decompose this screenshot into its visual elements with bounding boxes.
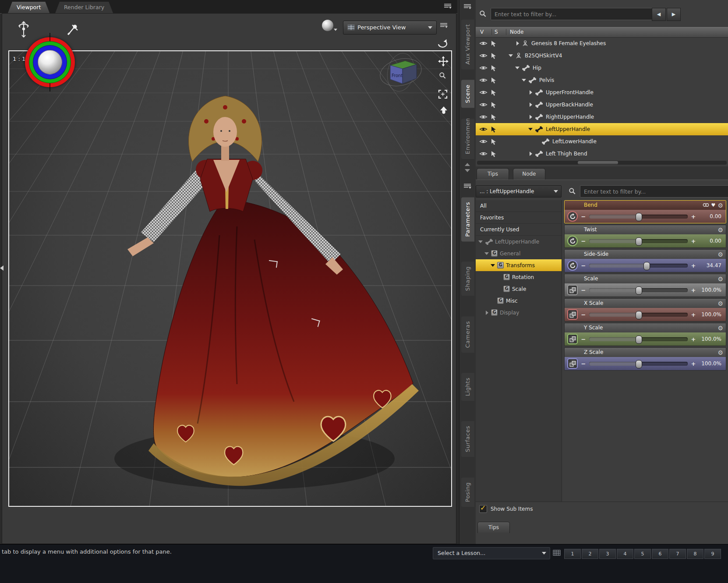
visibility-eye-icon[interactable] xyxy=(479,102,491,107)
param-tree-row[interactable]: General xyxy=(476,247,562,259)
scene-tree-row[interactable]: Genesis 8 Female Eyelashes xyxy=(476,37,728,49)
scene-tree-row[interactable]: Pelvis xyxy=(476,74,728,86)
pin-tool-icon[interactable] xyxy=(66,23,79,37)
selection-cursor-icon[interactable] xyxy=(491,151,502,157)
rotate-dial-icon[interactable] xyxy=(567,211,578,222)
view-selector-dropdown[interactable]: Perspective View xyxy=(343,21,437,35)
side-tab-posing[interactable]: Posing xyxy=(461,477,474,507)
expander-icon[interactable] xyxy=(522,78,527,83)
selection-cursor-icon[interactable] xyxy=(491,114,502,120)
visibility-eye-icon[interactable] xyxy=(479,90,491,95)
slider-track[interactable] xyxy=(589,362,688,366)
visibility-eye-icon[interactable] xyxy=(479,41,491,46)
scene-tree-row[interactable]: Left Thigh Bend xyxy=(476,148,728,160)
gear-icon[interactable]: ⚙ xyxy=(717,300,723,307)
slider-handle[interactable] xyxy=(636,336,642,344)
visibility-eye-icon[interactable] xyxy=(479,65,491,71)
increment-button[interactable]: + xyxy=(690,262,697,269)
scene-tree-row[interactable]: RightUpperHandle xyxy=(476,111,728,123)
rotate-dial-icon[interactable] xyxy=(567,260,578,271)
param-tree-row[interactable]: Scale xyxy=(476,283,562,295)
universal-manipulator-icon[interactable] xyxy=(16,21,31,39)
expander-icon[interactable] xyxy=(484,251,490,256)
zoom-magnifier-icon[interactable] xyxy=(439,72,446,81)
side-tab-environment[interactable]: Environment xyxy=(461,119,474,159)
camera-up-icon[interactable] xyxy=(438,106,449,117)
selection-cursor-icon[interactable] xyxy=(491,53,502,59)
expander-icon[interactable] xyxy=(515,65,520,71)
slider-track[interactable] xyxy=(589,313,688,317)
scene-tree-row[interactable]: LeftLowerHandle xyxy=(476,135,728,148)
slider-handle[interactable] xyxy=(636,237,642,246)
scene-tree-row[interactable]: B25QHSkirtV4 xyxy=(476,49,728,62)
expander-icon[interactable] xyxy=(491,263,496,268)
gear-icon[interactable]: ⚙ xyxy=(717,325,723,331)
side-tab-lights[interactable]: Lights xyxy=(461,373,474,401)
param-nav-favorites[interactable]: Favorites xyxy=(476,212,562,224)
slider-handle[interactable] xyxy=(636,360,642,368)
slider-handle[interactable] xyxy=(643,262,650,270)
drawstyle-sphere-icon[interactable] xyxy=(322,20,333,31)
increment-button[interactable]: + xyxy=(690,311,697,318)
lesson-page-6[interactable]: 6 xyxy=(652,549,668,559)
param-tree-row[interactable]: Transforms xyxy=(476,259,562,271)
increment-button[interactable]: + xyxy=(690,360,697,367)
expander-icon[interactable] xyxy=(528,151,534,156)
frame-fit-icon[interactable] xyxy=(438,89,448,101)
scale-icon[interactable] xyxy=(567,285,578,295)
selection-cursor-icon[interactable] xyxy=(491,89,502,96)
orbit-rotate-icon[interactable] xyxy=(437,38,448,50)
slider-handle[interactable] xyxy=(636,213,642,221)
node-selector-dropdown[interactable]: ... : LeftUpperHandle xyxy=(476,185,562,198)
scene-filter-input[interactable] xyxy=(491,8,653,20)
expander-icon[interactable] xyxy=(515,41,520,46)
view-cube[interactable]: Front xyxy=(378,52,424,92)
increment-button[interactable]: + xyxy=(690,287,697,293)
filter-prev-button[interactable]: ◀ xyxy=(652,8,666,21)
favorite-heart-icon[interactable]: ♥ xyxy=(711,203,716,208)
color-orb-widget[interactable] xyxy=(25,37,75,87)
side-tab-parameters[interactable]: Parameters xyxy=(461,197,474,241)
expander-icon[interactable] xyxy=(484,310,490,315)
gear-icon[interactable]: ⚙ xyxy=(717,251,723,258)
lesson-page-3[interactable]: 3 xyxy=(599,549,616,559)
manipulator-bracket[interactable] xyxy=(268,260,278,268)
show-sub-items-checkbox[interactable] xyxy=(479,505,487,513)
decrement-button[interactable]: − xyxy=(580,287,587,293)
lesson-page-8[interactable]: 8 xyxy=(687,549,703,559)
link-icon[interactable] xyxy=(703,203,709,208)
horizontal-scrollbar[interactable] xyxy=(477,161,727,165)
lesson-page-5[interactable]: 5 xyxy=(634,549,651,559)
selection-cursor-icon[interactable] xyxy=(491,102,502,108)
selection-cursor-icon[interactable] xyxy=(491,65,502,71)
decrement-button[interactable]: − xyxy=(580,213,587,220)
visibility-eye-icon[interactable] xyxy=(479,53,491,58)
decrement-button[interactable]: − xyxy=(580,360,587,367)
visibility-eye-icon[interactable] xyxy=(479,78,491,83)
slider-handle[interactable] xyxy=(636,311,642,319)
slider-track[interactable] xyxy=(589,215,688,219)
side-tab-aux-viewport[interactable]: Aux Viewport xyxy=(461,19,474,69)
pane-menu-icon[interactable] xyxy=(463,183,473,190)
scale-icon[interactable] xyxy=(567,309,578,320)
expander-icon[interactable] xyxy=(528,114,534,120)
param-tree-row[interactable]: Display xyxy=(476,307,562,318)
visibility-eye-icon[interactable] xyxy=(479,127,491,132)
tab-viewport[interactable]: Viewport xyxy=(8,2,49,13)
decrement-button[interactable]: − xyxy=(580,311,587,318)
slider-track[interactable] xyxy=(589,264,688,268)
scene-tree-row[interactable]: Hip xyxy=(476,62,728,74)
gear-icon[interactable]: ⚙ xyxy=(717,276,723,282)
param-tree-row[interactable]: Misc xyxy=(476,295,562,307)
scene-tree-row[interactable]: LeftUpperHandle xyxy=(476,123,728,135)
pane-collapse-handle[interactable] xyxy=(0,265,4,271)
viewport-canvas[interactable]: Front xyxy=(8,50,452,507)
increment-button[interactable]: + xyxy=(690,238,697,244)
gear-icon[interactable]: ⚙ xyxy=(717,227,723,233)
visibility-eye-icon[interactable] xyxy=(479,114,491,120)
tab-render-library[interactable]: Render Library xyxy=(55,2,113,13)
expander-icon[interactable] xyxy=(528,102,534,107)
param-nav-all[interactable]: All xyxy=(476,200,562,212)
scroll-up-icon[interactable] xyxy=(465,163,470,166)
lesson-page-9[interactable]: 9 xyxy=(704,549,721,559)
